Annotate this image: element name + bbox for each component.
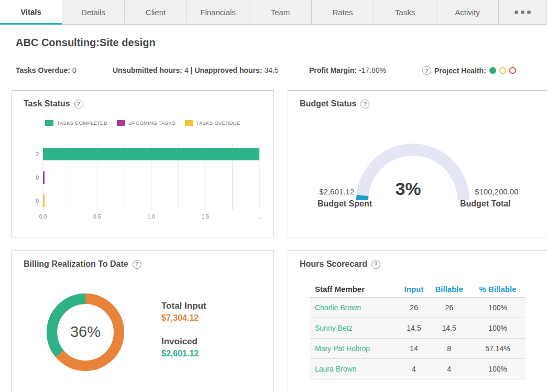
legend-swatch: [185, 120, 193, 126]
tab-client[interactable]: Client: [125, 0, 187, 25]
staff-member-link[interactable]: Sunny Betz: [310, 318, 399, 338]
billing-realization-panel: Billing Realization To Date ? 36% Total …: [12, 251, 274, 392]
legend-item: TASKS OVERDUE: [185, 120, 240, 126]
page-title: ABC Consulting:Site design: [16, 37, 156, 49]
ellipsis-icon: [515, 10, 518, 14]
budget-spent-value: $2,601.12: [288, 187, 354, 196]
help-icon[interactable]: ?: [422, 66, 431, 75]
legend-item: TASKS COMPLETED: [45, 120, 107, 126]
legend-swatch: [45, 120, 53, 126]
billable-cell: 26: [428, 297, 470, 318]
pct-billable-cell: 100%: [470, 318, 526, 338]
svg-text:0.0: 0.0: [39, 213, 47, 220]
panel-title-text: Hours Scorecard: [300, 259, 367, 269]
budget-total-label: Budget Total: [460, 199, 511, 209]
tab-rates[interactable]: Rates: [312, 0, 374, 25]
hours-table: Staff Member Input Billable % Billable C…: [310, 281, 526, 379]
stat-label: Tasks Overdue:: [16, 66, 70, 74]
stat-divider: |: [191, 66, 193, 74]
budget-percent: 3%: [382, 179, 434, 199]
stat-value: 4: [184, 66, 189, 74]
input-cell: 26: [399, 297, 428, 318]
legend-label: TASKS COMPLETED: [57, 120, 107, 126]
help-icon[interactable]: ?: [360, 100, 369, 108]
invoiced-value: $2,601.12: [161, 349, 199, 358]
svg-text:0.5: 0.5: [93, 213, 101, 220]
pct-billable-cell: 100%: [470, 358, 526, 379]
help-icon[interactable]: ?: [371, 260, 380, 269]
panel-title-text: Task Status: [24, 99, 70, 108]
table-row: Charlie Brown2626100%: [310, 297, 526, 318]
svg-text:0: 0: [36, 198, 39, 204]
pct-billable-cell: 57.14%: [470, 338, 526, 358]
budget-status-panel: Budget Status ? 3% $2,601.12 Budget Spen…: [288, 90, 547, 237]
panel-title: Budget Status ?: [300, 99, 369, 108]
ellipsis-icon: [527, 10, 531, 14]
billable-cell: 4: [428, 358, 470, 379]
table-row: Sunny Betz14.514.5100%: [310, 318, 526, 338]
billable-cell: 14.5: [428, 318, 470, 338]
stat-profit-margin: Profit Margin: -17.80%: [309, 66, 386, 74]
column-pct-billable[interactable]: % Billable: [470, 281, 526, 297]
tab-more[interactable]: [499, 0, 547, 25]
total-input-label: Total Input: [161, 301, 206, 311]
task-status-panel: Task Status ? TASKS COMPLETED UPCOMING T…: [12, 90, 274, 237]
staff-member-link[interactable]: Mary Pat Holtrop: [310, 338, 399, 358]
table-header-row: Staff Member Input Billable % Billable: [310, 281, 526, 297]
stat-label: Unapproved hours:: [194, 66, 262, 74]
billable-cell: 8: [428, 338, 470, 358]
tab-financials[interactable]: Financials: [187, 0, 249, 25]
svg-text:1.5: 1.5: [201, 213, 209, 220]
ellipsis-icon: [521, 10, 524, 14]
svg-text:0: 0: [36, 175, 39, 181]
stat-tasks-overdue: Tasks Overdue: 0: [16, 66, 76, 74]
svg-text:..: ..: [258, 213, 261, 220]
staff-member-link[interactable]: Laura Brown: [310, 358, 399, 379]
stat-label: Project Health:: [434, 67, 486, 75]
stat-label: Profit Margin:: [309, 66, 357, 74]
budget-spent-label: Budget Spent: [318, 199, 372, 209]
staff-member-link[interactable]: Charlie Brown: [310, 297, 399, 318]
stat-value: 0: [72, 66, 76, 74]
health-red-icon[interactable]: [509, 67, 516, 74]
hours-scorecard-panel: Hours Scorecard ? Staff Member Input Bil…: [288, 251, 547, 392]
panel-title: Billing Realization To Date ?: [24, 259, 141, 269]
pct-billable-cell: 100%: [470, 297, 526, 318]
tab-details[interactable]: Details: [62, 0, 125, 25]
legend-label: TASKS OVERDUE: [196, 120, 240, 126]
column-staff-member[interactable]: Staff Member: [310, 281, 399, 297]
column-input[interactable]: Input: [399, 281, 428, 297]
stat-label: Unsubmitted hours:: [113, 66, 182, 74]
input-cell: 4: [399, 358, 428, 379]
tab-bar: Vitals Details Client Financials Team Ra…: [0, 0, 547, 25]
budget-total-value: $100,200.00: [475, 187, 518, 196]
legend-swatch: [117, 120, 125, 126]
vitals-stats-row: Tasks Overdue: 0 Unsubmitted hours: 4 | …: [0, 66, 547, 77]
input-cell: 14.5: [399, 318, 428, 338]
stat-hours: Unsubmitted hours: 4 | Unapproved hours:…: [113, 66, 279, 74]
help-icon[interactable]: ?: [133, 260, 141, 269]
column-billable[interactable]: Billable: [428, 281, 470, 297]
task-status-chart: 2000.00.51.01.5..: [12, 137, 275, 223]
tab-team[interactable]: Team: [249, 0, 312, 25]
panel-title: Task Status ?: [24, 99, 83, 108]
tab-tasks[interactable]: Tasks: [374, 0, 436, 25]
tab-activity[interactable]: Activity: [436, 0, 499, 25]
input-cell: 14: [399, 338, 428, 358]
panel-title: Hours Scorecard ?: [300, 259, 380, 269]
stat-value: -17.80%: [359, 66, 386, 74]
health-green-icon[interactable]: [489, 67, 496, 74]
health-yellow-icon[interactable]: [499, 67, 506, 74]
invoiced-label: Invoiced: [161, 336, 198, 347]
legend-item: UPCOMING TASKS: [117, 120, 175, 126]
legend-label: UPCOMING TASKS: [128, 120, 175, 126]
table-row: Mary Pat Holtrop14857.14%: [310, 338, 526, 358]
panel-title-text: Budget Status: [300, 99, 356, 108]
help-icon[interactable]: ?: [74, 100, 83, 108]
stat-project-health: ? Project Health:: [422, 66, 516, 75]
tab-vitals[interactable]: Vitals: [0, 0, 62, 25]
chart-legend: TASKS COMPLETED UPCOMING TASKS TASKS OVE…: [12, 120, 274, 126]
total-input-value: $7,304.12: [161, 313, 199, 323]
table-row: Laura Brown44100%: [310, 358, 526, 379]
stat-value: 34.5: [264, 66, 278, 74]
